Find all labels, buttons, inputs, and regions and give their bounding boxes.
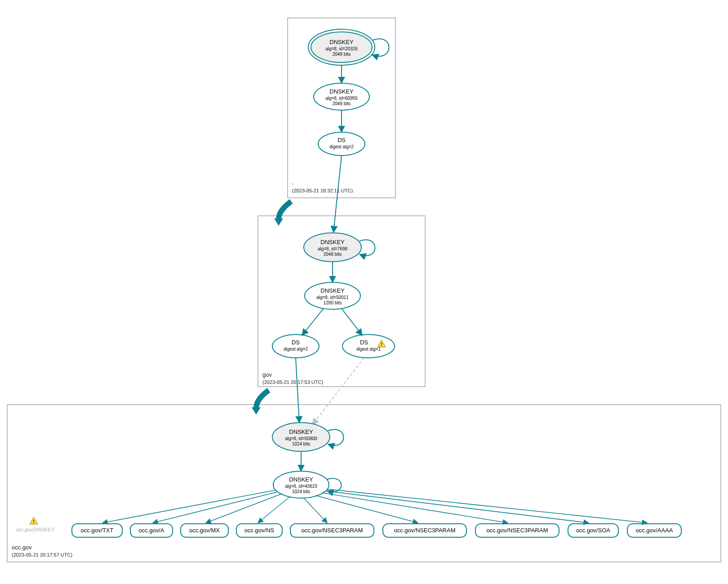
warning-icon: !: [30, 517, 38, 524]
zone-box-occgov: [7, 405, 721, 562]
node-occ-nsec3c: occ.gov/NSEC3PARAM: [475, 524, 559, 537]
svg-point-9: [318, 132, 365, 156]
svg-text:digest alg=2: digest alg=2: [284, 347, 308, 352]
svg-line-64: [315, 495, 418, 523]
svg-text:occ.gov/NSEC3PARAM: occ.gov/NSEC3PARAM: [394, 527, 455, 534]
transition-arrow-root-gov: [274, 201, 291, 226]
svg-line-66: [325, 491, 589, 523]
svg-text:!: !: [381, 342, 382, 347]
zone-label-gov: gov: [262, 371, 272, 378]
selfloop-occ-ksk: [328, 429, 344, 445]
node-gov-ds1: DS digest alg=2: [272, 334, 319, 358]
svg-text:occ.gov/NSEC3PARAM: occ.gov/NSEC3PARAM: [301, 527, 363, 534]
svg-text:1024 bits: 1024 bits: [292, 441, 311, 446]
svg-line-67: [327, 489, 647, 523]
dnssec-diagram: . (2023-05-21 18:32:11 UTC) gov (2023-05…: [0, 0, 728, 584]
svg-text:DS: DS: [292, 339, 300, 346]
zone-ts-occgov: (2023-05-21 20:17:57 UTC): [12, 552, 72, 557]
svg-text:alg=8, id=50011: alg=8, id=50011: [316, 295, 349, 300]
node-gov-zsk: DNSKEY alg=8, id=50011 1280 bits: [305, 282, 360, 309]
svg-text:occ.gov/NSEC3PARAM: occ.gov/NSEC3PARAM: [486, 527, 548, 534]
svg-text:digest alg=2: digest alg=2: [329, 144, 354, 149]
transition-arrow-gov-occ: [252, 390, 269, 415]
node-gov-ksk: DNSKEY alg=8, id=7698 2048 bits: [304, 233, 361, 262]
svg-point-24: [342, 334, 395, 358]
svg-text:DNSKEY: DNSKEY: [329, 39, 354, 45]
svg-text:DS: DS: [360, 339, 368, 346]
svg-text:occ.gov/AAAA: occ.gov/AAAA: [635, 527, 673, 534]
svg-text:occ.gov/NS: occ.gov/NS: [244, 527, 275, 534]
svg-line-61: [206, 494, 282, 523]
svg-text:occ.gov/A: occ.gov/A: [138, 527, 164, 534]
svg-text:!: !: [33, 519, 35, 524]
svg-point-21: [272, 334, 319, 358]
edge-ds2-occksk-dashed: [312, 358, 364, 425]
svg-marker-12: [274, 218, 283, 226]
svg-text:2048 bits: 2048 bits: [333, 52, 351, 57]
node-occ-ksk: DNSKEY alg=8, id=50800 1024 bits: [272, 423, 330, 451]
node-root-ds: DS digest alg=2: [318, 132, 365, 156]
svg-text:2048 bits: 2048 bits: [333, 101, 351, 106]
svg-text:occ.gov/SOA: occ.gov/SOA: [576, 527, 610, 534]
svg-text:alg=8, id=7698: alg=8, id=7698: [318, 246, 348, 251]
svg-text:1024 bits: 1024 bits: [292, 489, 311, 494]
svg-line-62: [258, 496, 290, 523]
zone-label-root: .: [292, 179, 294, 186]
node-occ-aaaa: occ.gov/AAAA: [627, 524, 681, 537]
node-root-ksk: DNSKEY alg=8, id=20326 2048 bits: [308, 29, 375, 65]
edge-govzsk-ds2: [342, 308, 362, 335]
zone-label-occgov: occ.gov: [12, 544, 32, 551]
edge-rootds-govksk: [333, 156, 342, 232]
svg-text:DNSKEY: DNSKEY: [289, 428, 313, 435]
svg-line-65: [322, 493, 508, 523]
node-occ-a: occ.gov/A: [130, 524, 173, 537]
svg-text:occ.gov/MX: occ.gov/MX: [189, 527, 220, 534]
edge-govzsk-ds1: [302, 308, 324, 335]
node-occ-soa: occ.gov/SOA: [568, 524, 618, 537]
svg-text:DNSKEY: DNSKEY: [329, 88, 354, 95]
svg-text:occ.gov/DNSKEY: occ.gov/DNSKEY: [16, 527, 55, 532]
edges-occzsk-rr: [102, 489, 647, 523]
svg-text:alg=8, id=60955: alg=8, id=60955: [325, 96, 358, 101]
node-standalone-dnskey-warn: ! occ.gov/DNSKEY: [16, 517, 55, 532]
selfloop-gov-ksk: [360, 240, 375, 255]
svg-text:alg=8, id=43623: alg=8, id=43623: [285, 484, 317, 489]
svg-text:DS: DS: [337, 137, 346, 143]
node-occ-nsec3a: occ.gov/NSEC3PARAM: [290, 524, 374, 537]
svg-text:DNSKEY: DNSKEY: [289, 476, 313, 483]
svg-marker-29: [252, 407, 261, 415]
node-occ-ns: occ.gov/NS: [236, 524, 282, 537]
svg-text:DNSKEY: DNSKEY: [320, 287, 345, 294]
svg-line-60: [153, 492, 278, 523]
node-root-zsk: DNSKEY alg=8, id=60955 2048 bits: [314, 83, 369, 110]
svg-text:alg=8, id=20326: alg=8, id=20326: [325, 46, 358, 51]
svg-text:alg=8, id=50800: alg=8, id=50800: [285, 436, 317, 441]
edge-ds1-occksk: [296, 358, 299, 423]
node-occ-nsec3b: occ.gov/NSEC3PARAM: [383, 524, 466, 537]
svg-text:2048 bits: 2048 bits: [324, 252, 342, 257]
svg-line-63: [304, 498, 327, 523]
zone-ts-gov: (2023-05-21 20:17:53 UTC): [262, 379, 323, 385]
zone-ts-root: (2023-05-21 18:32:11 UTC): [292, 188, 353, 193]
node-occ-txt: occ.gov/TXT: [72, 524, 122, 537]
svg-text:DNSKEY: DNSKEY: [320, 239, 345, 245]
node-occ-mx: occ.gov/MX: [181, 524, 228, 537]
svg-text:digest alg=1: digest alg=1: [356, 347, 381, 352]
node-gov-ds2: DS digest alg=1 !: [342, 334, 395, 358]
svg-line-59: [102, 490, 276, 523]
svg-text:occ.gov/TXT: occ.gov/TXT: [81, 527, 114, 534]
svg-text:1280 bits: 1280 bits: [324, 300, 342, 305]
